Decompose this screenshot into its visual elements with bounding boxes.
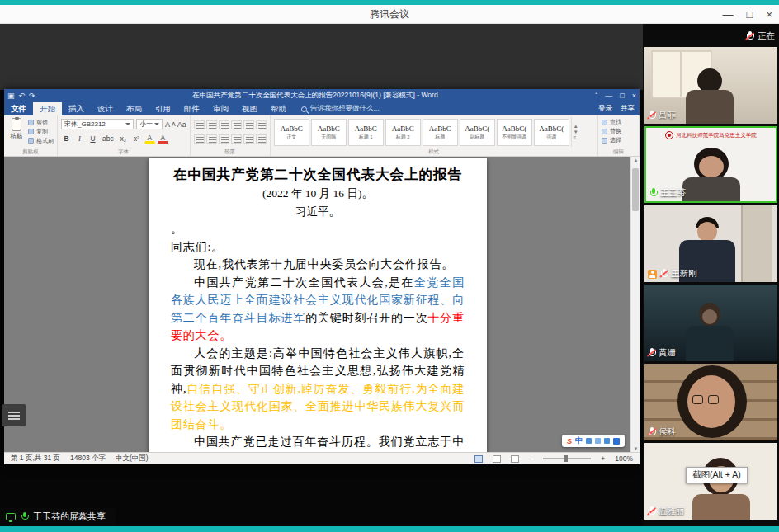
ribbon-collapse-icon[interactable]: ˆ [595,92,597,100]
sidebar-toggle-button[interactable] [2,404,26,426]
zoom-knob[interactable] [564,455,568,462]
style-item-1[interactable]: AaBbC无间隔 [311,119,347,146]
font-size-tool-2[interactable]: Aa [177,120,186,129]
video-tile[interactable]: 王新刚 [644,205,777,282]
style-item-3[interactable]: AaBbC标题 2 [385,119,421,146]
font-format-button-0[interactable]: B [61,133,72,144]
gallery-up-icon[interactable]: ▲ [574,124,578,129]
ime-mode-chinese[interactable]: 中 [575,435,583,446]
replace-button[interactable]: 替换 [602,127,635,135]
web-layout-icon[interactable] [511,455,519,463]
style-item-0[interactable]: AaBbC正文 [274,119,309,146]
tab-file[interactable]: 文件 [4,102,33,115]
paragraph-tool-icon[interactable] [194,120,205,129]
font-format-button-5[interactable]: x² [131,133,142,144]
font-size-tool-1[interactable]: A [172,121,176,127]
font-format-button-2[interactable]: U [87,133,98,144]
select-button[interactable]: 选择 [602,136,635,144]
paragraph-tool-icon[interactable] [219,134,229,144]
tab-4[interactable]: 引用 [149,102,177,115]
scroll-up-icon[interactable]: ▲ [631,158,640,162]
recording-indicator[interactable]: 正在 [746,31,775,42]
redo-icon[interactable]: ↷ [29,92,35,100]
participant-name: 王玉芬 [660,187,687,199]
tab-3[interactable]: 布局 [120,102,149,115]
zoom-level[interactable]: 100% [615,454,633,463]
read-mode-icon[interactable] [474,455,483,463]
mic-muted-icon [660,269,668,279]
scrollbar-thumb[interactable] [632,168,639,211]
paragraph-tool-icon[interactable] [243,120,254,129]
style-item-2[interactable]: AaBbC标题 1 [348,119,384,146]
find-button[interactable]: 查找 [602,118,635,126]
paragraph-tool-icon[interactable] [256,134,267,144]
font-format-button-1[interactable]: I [74,133,85,144]
paragraph-tool-icon[interactable] [219,120,229,129]
zoom-in-button[interactable]: + [601,454,605,463]
ime-mic-icon[interactable] [595,438,601,444]
font-format-button-4[interactable]: x₂ [118,133,129,144]
tab-0[interactable]: 开始 [33,102,62,115]
word-restore-button[interactable]: □ [620,92,624,100]
zoom-out-button[interactable]: − [529,454,533,463]
page-indicator[interactable]: 第 1 页,共 31 页 [11,454,60,464]
gallery-more-icon[interactable]: ≡ [574,135,578,140]
paragraph-tool-icon[interactable] [256,120,267,129]
paragraph-tool-icon[interactable] [194,134,205,144]
style-item-4[interactable]: AaBbC标题 [423,119,458,146]
video-tile[interactable]: 侯科 [644,364,777,440]
tellme-box[interactable]: 告诉我你想要做什么... [301,102,380,115]
video-tile-active-speaker[interactable]: 河北科技师范学院马克思主义学院 王玉芬 [644,126,777,203]
paragraph-tool-icon[interactable] [206,134,217,144]
gallery-down-icon[interactable]: ▼ [574,129,578,134]
close-button[interactable]: × [766,8,772,21]
word-count[interactable]: 14803 个字 [70,454,106,464]
video-tile[interactable]: 黄姗 [644,285,777,361]
style-item-5[interactable]: AaBbC(副标题 [460,119,495,146]
style-item-6[interactable]: AaBbC(不明显强调 [497,119,532,146]
font-size-select[interactable]: 小一 [136,119,163,129]
tab-5[interactable]: 邮件 [177,102,206,115]
font-format-button-7[interactable]: A [158,133,168,144]
paragraph-tool-icon[interactable] [231,134,242,144]
font-format-button-6[interactable]: A [144,133,155,144]
zoom-slider[interactable] [543,458,591,459]
tab-8[interactable]: 帮助 [264,102,293,115]
share-button[interactable]: 共享 [621,104,635,114]
tab-7[interactable]: 视图 [235,102,264,115]
ime-keyboard-icon[interactable] [604,438,610,444]
paragraph-tool-icon[interactable] [206,120,217,129]
undo-icon[interactable]: ↶ [19,92,26,100]
cut-button[interactable]: 剪切 [28,118,54,127]
minimize-button[interactable]: — [723,8,734,21]
vertical-scrollbar[interactable]: ▲ ▼ [630,157,640,452]
tab-1[interactable]: 插入 [62,102,91,115]
font-size-tool-0[interactable]: A [165,120,170,129]
word-minimize-button[interactable]: — [605,92,612,100]
maximize-button[interactable]: □ [747,8,753,21]
font-format-button-3[interactable]: abc [101,133,116,144]
document-page[interactable]: 在中国共产党第二十次全国代表大会上的报告 (2022 年 10 月 16 日)。… [149,158,487,452]
save-icon[interactable]: ▣ [7,92,15,100]
copy-button[interactable]: 复制 [28,127,54,136]
tab-2[interactable]: 设计 [91,102,120,115]
login-button[interactable]: 登录 [598,104,612,114]
tab-6[interactable]: 审阅 [206,102,235,115]
language-indicator[interactable]: 中文(中国) [116,454,149,464]
ime-pen-icon[interactable] [586,438,592,444]
font-name-select[interactable]: 宋体_GB2312 [61,119,134,129]
ime-toolbar[interactable]: S 中 [562,435,625,447]
ime-logo[interactable]: S [567,436,572,445]
paragraph-tool-icon[interactable] [231,120,242,129]
paragraph-tool-icon[interactable] [243,134,254,144]
word-close-button[interactable]: × [632,92,636,100]
video-tile[interactable]: 吕菲 [644,47,777,124]
print-layout-icon[interactable] [493,455,501,463]
style-item-7[interactable]: AaBbC(强调 [534,119,569,146]
scroll-down-icon[interactable]: ▼ [631,446,640,451]
paste-button[interactable]: 粘贴 [7,117,25,146]
document-canvas[interactable]: 在中国共产党第二十次全国代表大会上的报告 (2022 年 10 月 16 日)。… [4,157,640,452]
ime-toolbox-icon[interactable] [613,438,620,445]
paragraph-group-label: 段落 [191,148,270,156]
format-painter-button[interactable]: 格式刷 [28,136,54,145]
